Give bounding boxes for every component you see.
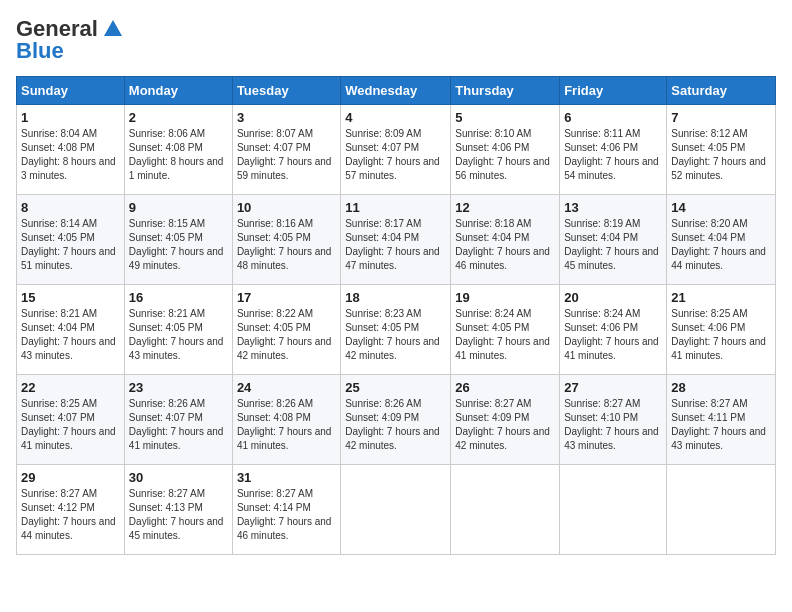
calendar-cell: 21 Sunrise: 8:25 AM Sunset: 4:06 PM Dayl… <box>667 285 776 375</box>
sunset-label: Sunset: 4:09 PM <box>455 412 529 423</box>
day-info: Sunrise: 8:26 AM Sunset: 4:09 PM Dayligh… <box>345 397 446 453</box>
day-number: 7 <box>671 110 771 125</box>
day-info: Sunrise: 8:23 AM Sunset: 4:05 PM Dayligh… <box>345 307 446 363</box>
daylight-label: Daylight: 7 hours and 51 minutes. <box>21 246 116 271</box>
calendar-cell: 3 Sunrise: 8:07 AM Sunset: 4:07 PM Dayli… <box>232 105 340 195</box>
daylight-label: Daylight: 7 hours and 41 minutes. <box>237 426 332 451</box>
calendar-cell: 7 Sunrise: 8:12 AM Sunset: 4:05 PM Dayli… <box>667 105 776 195</box>
day-number: 27 <box>564 380 662 395</box>
day-info: Sunrise: 8:27 AM Sunset: 4:12 PM Dayligh… <box>21 487 120 543</box>
calendar-cell <box>667 465 776 555</box>
day-number: 18 <box>345 290 446 305</box>
sunset-label: Sunset: 4:08 PM <box>21 142 95 153</box>
calendar-cell: 24 Sunrise: 8:26 AM Sunset: 4:08 PM Dayl… <box>232 375 340 465</box>
day-info: Sunrise: 8:21 AM Sunset: 4:04 PM Dayligh… <box>21 307 120 363</box>
sunset-label: Sunset: 4:05 PM <box>345 322 419 333</box>
sunrise-label: Sunrise: 8:27 AM <box>455 398 531 409</box>
sunset-label: Sunset: 4:05 PM <box>129 232 203 243</box>
daylight-label: Daylight: 7 hours and 41 minutes. <box>21 426 116 451</box>
calendar-cell: 4 Sunrise: 8:09 AM Sunset: 4:07 PM Dayli… <box>341 105 451 195</box>
sunset-label: Sunset: 4:05 PM <box>237 232 311 243</box>
daylight-label: Daylight: 7 hours and 42 minutes. <box>455 426 550 451</box>
sunset-label: Sunset: 4:07 PM <box>21 412 95 423</box>
day-number: 31 <box>237 470 336 485</box>
day-info: Sunrise: 8:10 AM Sunset: 4:06 PM Dayligh… <box>455 127 555 183</box>
calendar-cell: 14 Sunrise: 8:20 AM Sunset: 4:04 PM Dayl… <box>667 195 776 285</box>
daylight-label: Daylight: 7 hours and 44 minutes. <box>671 246 766 271</box>
daylight-label: Daylight: 7 hours and 42 minutes. <box>237 336 332 361</box>
page-container: General Blue SundayMondayTuesdayWednesda… <box>0 0 792 563</box>
calendar-cell: 28 Sunrise: 8:27 AM Sunset: 4:11 PM Dayl… <box>667 375 776 465</box>
sunset-label: Sunset: 4:06 PM <box>564 142 638 153</box>
calendar-cell: 17 Sunrise: 8:22 AM Sunset: 4:05 PM Dayl… <box>232 285 340 375</box>
col-header-sunday: Sunday <box>17 77 125 105</box>
day-info: Sunrise: 8:25 AM Sunset: 4:07 PM Dayligh… <box>21 397 120 453</box>
sunset-label: Sunset: 4:05 PM <box>237 322 311 333</box>
daylight-label: Daylight: 7 hours and 46 minutes. <box>455 246 550 271</box>
daylight-label: Daylight: 7 hours and 49 minutes. <box>129 246 224 271</box>
sunset-label: Sunset: 4:10 PM <box>564 412 638 423</box>
day-info: Sunrise: 8:15 AM Sunset: 4:05 PM Dayligh… <box>129 217 228 273</box>
calendar-cell: 22 Sunrise: 8:25 AM Sunset: 4:07 PM Dayl… <box>17 375 125 465</box>
sunset-label: Sunset: 4:09 PM <box>345 412 419 423</box>
day-number: 14 <box>671 200 771 215</box>
col-header-wednesday: Wednesday <box>341 77 451 105</box>
sunset-label: Sunset: 4:04 PM <box>671 232 745 243</box>
day-info: Sunrise: 8:18 AM Sunset: 4:04 PM Dayligh… <box>455 217 555 273</box>
day-number: 29 <box>21 470 120 485</box>
col-header-friday: Friday <box>560 77 667 105</box>
day-info: Sunrise: 8:06 AM Sunset: 4:08 PM Dayligh… <box>129 127 228 183</box>
day-number: 17 <box>237 290 336 305</box>
day-info: Sunrise: 8:26 AM Sunset: 4:07 PM Dayligh… <box>129 397 228 453</box>
day-info: Sunrise: 8:24 AM Sunset: 4:06 PM Dayligh… <box>564 307 662 363</box>
sunrise-label: Sunrise: 8:17 AM <box>345 218 421 229</box>
calendar-cell: 5 Sunrise: 8:10 AM Sunset: 4:06 PM Dayli… <box>451 105 560 195</box>
day-number: 28 <box>671 380 771 395</box>
day-number: 6 <box>564 110 662 125</box>
sunrise-label: Sunrise: 8:27 AM <box>564 398 640 409</box>
sunset-label: Sunset: 4:07 PM <box>237 142 311 153</box>
sunset-label: Sunset: 4:05 PM <box>455 322 529 333</box>
day-number: 5 <box>455 110 555 125</box>
daylight-label: Daylight: 7 hours and 47 minutes. <box>345 246 440 271</box>
daylight-label: Daylight: 7 hours and 56 minutes. <box>455 156 550 181</box>
calendar-cell: 27 Sunrise: 8:27 AM Sunset: 4:10 PM Dayl… <box>560 375 667 465</box>
sunset-label: Sunset: 4:04 PM <box>345 232 419 243</box>
sunrise-label: Sunrise: 8:24 AM <box>455 308 531 319</box>
day-number: 30 <box>129 470 228 485</box>
logo: General Blue <box>16 16 124 64</box>
calendar-cell: 29 Sunrise: 8:27 AM Sunset: 4:12 PM Dayl… <box>17 465 125 555</box>
daylight-label: Daylight: 8 hours and 3 minutes. <box>21 156 116 181</box>
sunset-label: Sunset: 4:13 PM <box>129 502 203 513</box>
calendar-cell <box>560 465 667 555</box>
calendar-cell: 20 Sunrise: 8:24 AM Sunset: 4:06 PM Dayl… <box>560 285 667 375</box>
daylight-label: Daylight: 7 hours and 57 minutes. <box>345 156 440 181</box>
sunrise-label: Sunrise: 8:20 AM <box>671 218 747 229</box>
day-number: 21 <box>671 290 771 305</box>
daylight-label: Daylight: 7 hours and 42 minutes. <box>345 336 440 361</box>
sunset-label: Sunset: 4:05 PM <box>129 322 203 333</box>
day-number: 1 <box>21 110 120 125</box>
daylight-label: Daylight: 7 hours and 44 minutes. <box>21 516 116 541</box>
daylight-label: Daylight: 7 hours and 45 minutes. <box>129 516 224 541</box>
sunrise-label: Sunrise: 8:16 AM <box>237 218 313 229</box>
day-info: Sunrise: 8:27 AM Sunset: 4:09 PM Dayligh… <box>455 397 555 453</box>
sunrise-label: Sunrise: 8:23 AM <box>345 308 421 319</box>
sunrise-label: Sunrise: 8:27 AM <box>129 488 205 499</box>
daylight-label: Daylight: 7 hours and 43 minutes. <box>671 426 766 451</box>
daylight-label: Daylight: 7 hours and 43 minutes. <box>129 336 224 361</box>
sunset-label: Sunset: 4:05 PM <box>21 232 95 243</box>
daylight-label: Daylight: 7 hours and 45 minutes. <box>564 246 659 271</box>
calendar-cell <box>341 465 451 555</box>
calendar-cell: 13 Sunrise: 8:19 AM Sunset: 4:04 PM Dayl… <box>560 195 667 285</box>
sunset-label: Sunset: 4:08 PM <box>237 412 311 423</box>
day-number: 15 <box>21 290 120 305</box>
day-info: Sunrise: 8:27 AM Sunset: 4:13 PM Dayligh… <box>129 487 228 543</box>
day-info: Sunrise: 8:24 AM Sunset: 4:05 PM Dayligh… <box>455 307 555 363</box>
sunset-label: Sunset: 4:05 PM <box>671 142 745 153</box>
sunrise-label: Sunrise: 8:15 AM <box>129 218 205 229</box>
day-number: 13 <box>564 200 662 215</box>
sunrise-label: Sunrise: 8:09 AM <box>345 128 421 139</box>
daylight-label: Daylight: 7 hours and 48 minutes. <box>237 246 332 271</box>
day-number: 3 <box>237 110 336 125</box>
